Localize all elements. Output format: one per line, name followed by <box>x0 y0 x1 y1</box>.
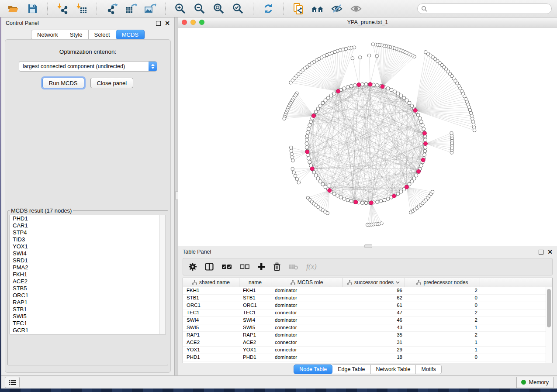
graph-node[interactable] <box>383 198 386 202</box>
graph-leaf-node[interactable] <box>292 171 296 174</box>
graph-node[interactable] <box>346 198 349 202</box>
close-table-panel-icon[interactable]: ✕ <box>547 250 553 254</box>
graph-leaf-node[interactable] <box>375 55 379 58</box>
graph-node[interactable] <box>364 83 368 86</box>
table-cell[interactable]: connector <box>271 339 343 346</box>
table-cell[interactable]: SWI5 <box>183 324 239 331</box>
graph-node[interactable] <box>307 127 310 131</box>
graph-leaf-node[interactable] <box>283 117 286 120</box>
table-row[interactable]: SWI5SWI5connector431 <box>183 324 552 332</box>
graph-dominator-node[interactable] <box>305 150 309 154</box>
graph-node[interactable] <box>312 171 316 174</box>
float-table-panel-icon[interactable] <box>539 250 543 254</box>
table-cell[interactable]: 0 <box>405 302 480 309</box>
table-cell[interactable]: ACE2 <box>183 339 239 346</box>
graph-dominator-node[interactable] <box>413 108 417 112</box>
table-tab-node-table[interactable]: Node Table <box>294 364 332 374</box>
graph-dominator-node[interactable] <box>424 142 428 146</box>
graph-node[interactable] <box>343 197 346 200</box>
table-cell[interactable]: FKH1 <box>183 287 239 294</box>
graph-node[interactable] <box>410 104 414 107</box>
table-cell[interactable]: PHD1 <box>239 354 271 361</box>
graph-leaf-node[interactable] <box>358 56 362 59</box>
memory-button[interactable]: Memory <box>516 377 554 388</box>
graph-leaf-node[interactable] <box>380 222 384 225</box>
table-row[interactable]: ORC1ORC1dominator610 <box>183 302 552 309</box>
table-cell[interactable]: dominator <box>271 302 343 309</box>
graph-leaf-node[interactable] <box>291 156 294 159</box>
graph-node[interactable] <box>408 182 411 186</box>
graph-node[interactable] <box>386 197 390 200</box>
mcds-result-list[interactable]: PHD1CAR1STP4TID3YOX1SWI4SRD1PMA2FKH1ACE2… <box>10 215 166 334</box>
zoom-selected-button[interactable] <box>230 2 246 15</box>
mcds-result-item[interactable]: ACE2 <box>10 278 166 285</box>
graph-node[interactable] <box>402 96 406 100</box>
show-columns-button[interactable] <box>205 263 214 271</box>
table-cell[interactable]: STB1 <box>239 295 271 302</box>
graph-node[interactable] <box>314 110 318 113</box>
table-cell[interactable]: ORC1 <box>183 302 239 309</box>
graph-node[interactable] <box>321 101 325 105</box>
mcds-result-item[interactable]: CAR1 <box>10 222 166 229</box>
mcds-result-item[interactable]: RAP1 <box>10 299 166 306</box>
graph-dominator-node[interactable] <box>422 131 426 135</box>
table-row[interactable]: SWI4SWI4dominator462 <box>183 317 552 324</box>
mcds-result-item[interactable]: GCR1 <box>10 327 166 334</box>
graph-node[interactable] <box>321 182 325 186</box>
table-tab-edge-table[interactable]: Edge Table <box>332 364 370 374</box>
graph-node[interactable] <box>314 174 318 177</box>
graph-leaf-node[interactable] <box>326 211 329 215</box>
graph-node[interactable] <box>421 124 424 127</box>
export-network-button[interactable] <box>104 2 120 15</box>
save-button[interactable] <box>24 2 40 15</box>
graph-dominator-node[interactable] <box>354 200 358 204</box>
graph-node[interactable] <box>306 131 309 134</box>
function-builder-button[interactable]: f(x) <box>306 262 317 271</box>
graph-node[interactable] <box>396 192 400 196</box>
graph-node[interactable] <box>416 113 420 117</box>
mcds-result-item[interactable]: STB1 <box>10 306 166 313</box>
graph-node[interactable] <box>326 96 330 100</box>
zoom-fit-button[interactable] <box>211 2 227 15</box>
graph-leaf-node[interactable] <box>290 152 294 156</box>
graph-leaf-node[interactable] <box>289 146 293 149</box>
table-tab-motifs[interactable]: Motifs <box>416 364 441 374</box>
export-image-button[interactable] <box>142 2 158 15</box>
network-graph[interactable] <box>178 28 557 246</box>
table-cell[interactable]: 18 <box>343 354 405 361</box>
graph-node[interactable] <box>412 177 416 180</box>
column-header-shared-name[interactable]: shared name <box>183 278 239 287</box>
graph-node[interactable] <box>424 138 427 142</box>
graph-node[interactable] <box>405 99 408 102</box>
table-cell[interactable]: ACE2 <box>239 339 271 346</box>
graph-dominator-node[interactable] <box>310 167 314 171</box>
graph-node[interactable] <box>349 84 353 88</box>
graph-dominator-node[interactable] <box>381 85 384 89</box>
mcds-result-item[interactable]: STP4 <box>10 229 166 236</box>
graph-leaf-node[interactable] <box>294 174 297 178</box>
apply-layout-button[interactable] <box>260 2 276 15</box>
table-cell[interactable]: connector <box>271 309 343 316</box>
graph-node[interactable] <box>339 196 343 199</box>
table-cell[interactable]: FKH1 <box>239 287 271 294</box>
mcds-result-item[interactable]: TID3 <box>10 236 166 243</box>
import-table-button[interactable] <box>74 2 90 15</box>
table-cell[interactable]: STB1 <box>183 295 239 302</box>
graph-node[interactable] <box>309 120 313 124</box>
graph-leaf-node[interactable] <box>291 167 294 171</box>
graph-node[interactable] <box>305 146 308 149</box>
graph-node[interactable] <box>318 180 322 183</box>
column-header-mcds-role[interactable]: MCDS role <box>271 278 343 287</box>
table-cell[interactable]: dominator <box>271 354 343 361</box>
add-column-button[interactable] <box>257 263 265 271</box>
table-cell[interactable]: 1 <box>405 324 480 331</box>
panel-splitter[interactable] <box>175 17 178 375</box>
table-cell[interactable]: TEC1 <box>183 309 239 316</box>
graph-dominator-node[interactable] <box>336 89 340 93</box>
show-all-button[interactable] <box>348 2 364 15</box>
graph-node[interactable] <box>422 127 426 131</box>
graph-leaf-node[interactable] <box>291 159 295 162</box>
graph-dominator-node[interactable] <box>357 83 361 87</box>
table-cell[interactable]: 2 <box>405 309 480 316</box>
table-cell[interactable]: TEC1 <box>239 309 271 316</box>
